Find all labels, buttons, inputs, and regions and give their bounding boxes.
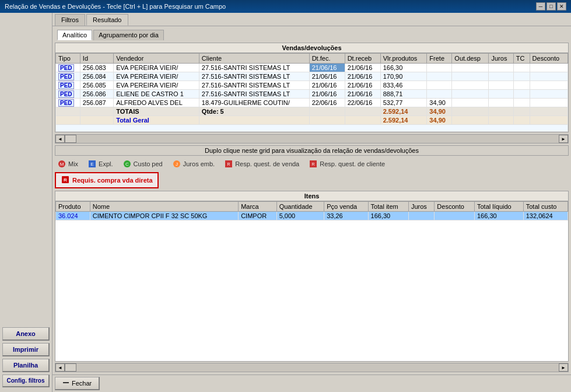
totais-empty2 [80,107,113,116]
scroll-left-btn[interactable]: ◄ [55,135,65,143]
cell-dtfec: 22/06/16 [309,99,345,107]
mix-icon: M [57,159,66,169]
cell-vendedor: EVA PEREIRA VIEIR/ [114,64,199,72]
tg-e3 [199,116,309,125]
totais-label: TOTAIS [114,107,199,116]
sidebar-btn-anexo[interactable]: Anexo [2,327,50,341]
item-pco: 33,26 [324,212,368,220]
svg-text:J: J [176,162,178,167]
tg-label: Total Geral [114,116,199,125]
item-desconto [435,212,475,220]
col-id: Id [80,54,113,64]
custo-ped-button[interactable]: C Custo ped [120,158,165,170]
resp-cliente-label: Resp. quest. de cliente [320,160,385,167]
items-scroll-left-btn[interactable]: ◄ [55,363,65,372]
items-col-total-custo: Total custo [523,202,568,212]
requis-button[interactable]: R Requis. compra vda direta [55,172,159,188]
close-btn[interactable]: Fechar [55,377,100,390]
custo-icon: C [122,159,132,169]
col-frete: Frete [427,54,452,64]
cell-vlr: 833,46 [380,81,427,90]
table-row[interactable]: PED 256.087 ALFREDO ALVES DEL 18.479-GUI… [56,99,568,107]
cell-frete [427,64,452,72]
svg-text:M: M [60,162,64,167]
expl-label: Expl. [99,160,113,167]
cell-desconto [530,90,568,99]
items-h-scrollbar[interactable]: ◄ ► [55,363,569,372]
cell-dtreceb: 22/06/16 [345,99,380,107]
table-row[interactable]: PED 256.083 EVA PEREIRA VIEIR/ 27.516-SA… [56,64,568,72]
cell-outdesp [452,72,489,81]
minimize-button[interactable]: ─ [536,2,545,10]
item-produto: 36.024 [56,212,90,220]
items-table: Produto Nome Marca Quantidade Pço venda … [55,201,568,220]
totais-row: TOTAIS Qtde: 5 2.592,14 34,90 [56,107,568,116]
resp-cliente-button[interactable]: R Resp. quest. de cliente [306,158,387,170]
tg-e5 [345,116,380,125]
cell-desconto [530,81,568,90]
col-vlrprodutos: Vlr.produtos [380,54,427,64]
juros-emb-button[interactable]: J Juros emb. [170,158,217,170]
cell-cliente: 27.516-SANTRI SISTEMAS LT [199,72,309,81]
scroll-right-btn[interactable]: ► [559,135,568,143]
sidebar-btn-imprimir[interactable]: Imprimir [2,343,50,356]
items-scroll-thumb[interactable] [65,363,76,372]
cell-juros [489,72,513,81]
cell-desconto [530,72,568,81]
item-nome: CIMENTO CIMPOR CPII F 32 SC 50KG [90,212,238,220]
table-row[interactable]: PED 256.084 EVA PEREIRA VIEIR/ 27.516-SA… [56,72,568,81]
col-dtreceb: Dt.receb [345,54,380,64]
totais-e3 [513,107,530,116]
cell-cliente: 18.479-GUILHERME COUTIN/ [199,99,309,107]
tab-filtros[interactable]: Filtros [55,14,85,26]
tab-agrupamento[interactable]: Agrupamento por dia [93,30,164,40]
cell-vendedor: ALFREDO ALVES DEL [114,99,199,107]
items-col-qtd: Quantidade [276,202,324,212]
cell-id: 256.087 [80,99,113,107]
cell-desconto [530,99,568,107]
cell-id: 256.083 [80,64,113,72]
cell-vlr: 170,90 [380,72,427,81]
close-icon [62,379,69,387]
cell-frete [427,90,452,99]
tab-analitico[interactable]: Analítico [57,30,92,40]
close-button[interactable]: ✕ [557,2,566,10]
scroll-thumb[interactable] [65,135,76,143]
item-total-liq: 166,30 [474,212,523,220]
items-section: Itens Produto Nome Marca Quantidade Pço … [55,191,569,372]
expl-button[interactable]: E Expl. [85,158,115,170]
table-row[interactable]: PED 256.085 EVA PEREIRA VIEIR/ 27.516-SA… [56,81,568,90]
maximize-button[interactable]: □ [547,2,556,10]
cell-tc [513,90,530,99]
item-marca: CIMPOR [239,212,277,220]
items-col-total-liq: Total líquido [474,202,523,212]
juros-label: Juros emb. [183,160,215,167]
table-row[interactable]: PED 256.086 ELIENE DE CASTRO 1 27.516-SA… [56,90,568,99]
col-vendedor: Vendedor [114,54,199,64]
tab-resultado[interactable]: Resultado [86,14,128,26]
info-bar: Duplo clique neste grid para visualizaçã… [55,145,569,156]
cell-juros [489,90,513,99]
cell-vlr: 888,71 [380,90,427,99]
resp-venda-button[interactable]: R Resp. quest. de venda [222,158,302,170]
sidebar-btn-config[interactable]: Config. filtros [2,374,50,387]
cell-outdesp [452,90,489,99]
h-scrollbar[interactable]: ◄ ► [55,134,569,144]
col-tipo: Tipo [56,54,80,64]
totais-e4 [530,107,568,116]
resp-cliente-icon: R [309,159,318,169]
totais-e2 [489,107,513,116]
items-table-row[interactable]: 36.024 CIMENTO CIMPOR CPII F 32 SC 50KG … [56,212,568,220]
sidebar-btn-planilha[interactable]: Planilha [2,359,50,372]
custo-label: Custo ped [134,160,163,167]
items-scroll-right-btn[interactable]: ► [559,363,568,372]
svg-text:R: R [64,177,67,183]
tg-e4 [309,116,345,125]
cell-vlr: 532,77 [380,99,427,107]
cell-outdesp [452,99,489,107]
tab-bar: Filtros Resultado [52,13,571,26]
tg-e6 [452,116,489,125]
mix-button[interactable]: M Mix [55,158,80,170]
cell-tipo: PED [56,64,80,72]
cell-vendedor: EVA PEREIRA VIEIR/ [114,72,199,81]
